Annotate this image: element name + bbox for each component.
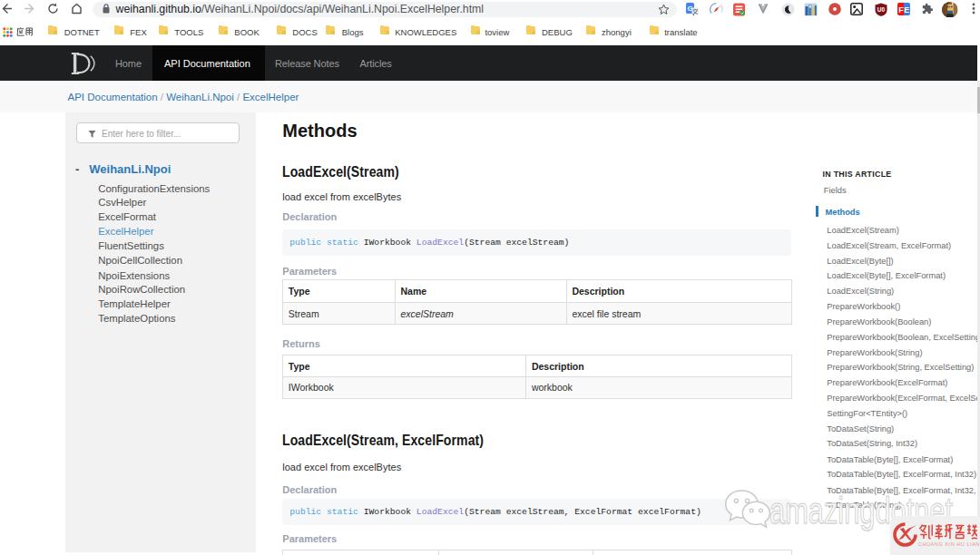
svg-text:U0: U0 <box>877 5 885 12</box>
svg-text:E: E <box>904 5 909 15</box>
